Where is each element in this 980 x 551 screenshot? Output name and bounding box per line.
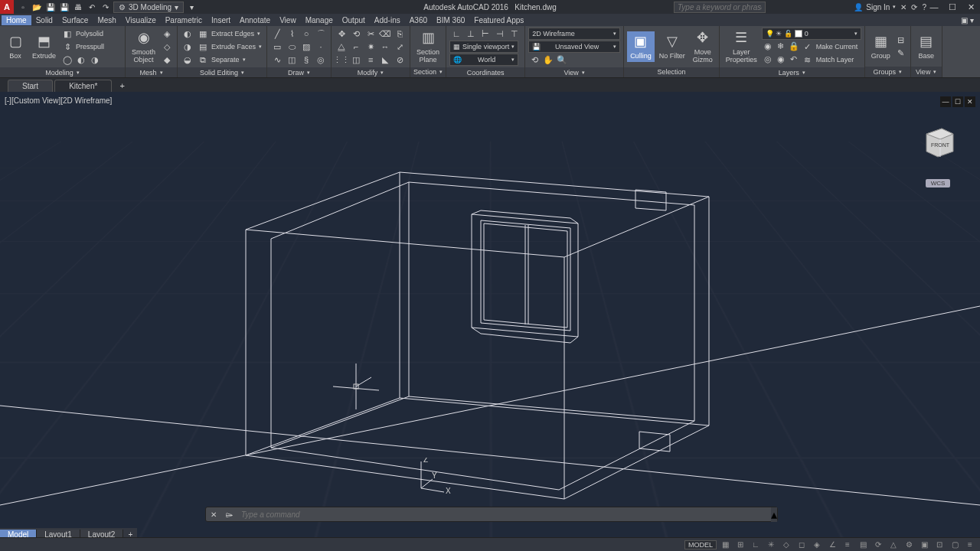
- layer-iso-icon[interactable]: ◎: [762, 54, 774, 64]
- panel-view-label[interactable]: View▾: [525, 67, 623, 77]
- base-view-button[interactable]: ▤ Base: [914, 31, 939, 62]
- orbit-icon[interactable]: ⟲: [528, 54, 541, 66]
- panel-layers-label[interactable]: Layers▾: [720, 67, 864, 77]
- status-annotation-icon[interactable]: △: [887, 539, 900, 551]
- ucs-5-icon[interactable]: ⊤: [508, 28, 521, 40]
- tab-solid[interactable]: Solid: [31, 15, 57, 25]
- tab-surface[interactable]: Surface: [57, 15, 93, 25]
- make-current-button[interactable]: ✓Make Current: [801, 41, 860, 53]
- fillet-icon[interactable]: ⌐: [349, 41, 363, 53]
- donut-icon[interactable]: ◎: [314, 54, 328, 66]
- save-icon[interactable]: 💾: [44, 1, 57, 13]
- group-button[interactable]: ▦ Group: [868, 31, 893, 62]
- extrude-button[interactable]: ⬒ Extrude: [29, 31, 59, 62]
- rectangle-icon[interactable]: ▭: [270, 41, 284, 53]
- panel-selection-label[interactable]: Selection: [624, 67, 719, 77]
- saved-view-combo[interactable]: 💾 Unsaved View▾: [528, 41, 620, 53]
- tab-featured[interactable]: Featured Apps: [469, 15, 528, 25]
- command-input[interactable]: [237, 510, 771, 519]
- scale-icon[interactable]: ⤢: [393, 41, 407, 53]
- minimize-button[interactable]: —: [925, 1, 943, 13]
- layer-prev-icon[interactable]: ↶: [788, 54, 800, 64]
- offset-icon[interactable]: ◫: [349, 54, 363, 66]
- cmd-recent-icon[interactable]: ▴: [771, 507, 777, 522]
- ungroup-icon[interactable]: ⊟: [895, 34, 907, 46]
- align-icon[interactable]: ≡: [364, 54, 377, 66]
- union-button[interactable]: ◐: [181, 28, 194, 40]
- tab-bim360[interactable]: BIM 360: [432, 15, 469, 25]
- nofilter-button[interactable]: ▽ No Filter: [656, 31, 688, 62]
- ribbon-expand-icon[interactable]: ▣ ▾: [956, 15, 978, 25]
- status-3dosnap-icon[interactable]: ◈: [810, 539, 824, 551]
- status-osnap-icon[interactable]: ◻: [795, 539, 808, 551]
- plot-icon[interactable]: 🖶: [72, 1, 84, 13]
- mesh-refine-button[interactable]: ◆: [160, 54, 174, 66]
- tab-annotate[interactable]: Annotate: [235, 15, 275, 25]
- tab-output[interactable]: Output: [338, 15, 370, 25]
- zoom-icon[interactable]: 🔍: [556, 54, 568, 66]
- model-viewport[interactable]: [-][Custom View][2D Wireframe] — ☐ ✕ FRO…: [0, 92, 980, 539]
- status-model[interactable]: MODEL: [684, 540, 717, 549]
- layer-off-icon[interactable]: ◉: [762, 41, 774, 51]
- a360-icon[interactable]: ⟳: [911, 3, 917, 11]
- panel-draw-label[interactable]: Draw▾: [267, 67, 331, 77]
- circle-icon[interactable]: ○: [299, 28, 313, 40]
- status-monitor-icon[interactable]: ▣: [917, 539, 931, 551]
- status-lwt-icon[interactable]: ≡: [841, 539, 854, 551]
- revolve-button[interactable]: ◯◐◑: [60, 54, 122, 66]
- separate-button[interactable]: ⧉Separate▾: [196, 54, 263, 66]
- signin-button[interactable]: 👤 Sign In ▾: [854, 3, 896, 11]
- move-icon[interactable]: ✥: [335, 28, 348, 40]
- ucs-2-icon[interactable]: ⊥: [464, 28, 478, 40]
- redo-icon[interactable]: ↷: [100, 1, 112, 13]
- status-hardware-icon[interactable]: ⊡: [933, 539, 946, 551]
- app-logo[interactable]: A: [0, 0, 14, 14]
- maximize-button[interactable]: ☐: [943, 1, 962, 13]
- close-button[interactable]: ✕: [962, 1, 980, 13]
- status-ortho-icon[interactable]: ∟: [749, 539, 763, 551]
- help-search-input[interactable]: [674, 2, 766, 13]
- layer-lock-icon[interactable]: 🔒: [788, 41, 800, 51]
- ucs-1-icon[interactable]: ∟: [449, 28, 463, 40]
- tab-addins[interactable]: Add-ins: [370, 15, 405, 25]
- panel-mesh-label[interactable]: Mesh▾: [126, 67, 177, 77]
- move-gizmo-button[interactable]: ✥ Move Gizmo: [690, 28, 716, 66]
- mesh-more-button[interactable]: ◈: [160, 28, 174, 40]
- status-iso-icon[interactable]: ◇: [779, 539, 793, 551]
- layer-combo[interactable]: 💡 ☀ 🔓 0 ▾: [762, 28, 861, 40]
- region-icon[interactable]: ◫: [285, 54, 299, 66]
- status-otrack-icon[interactable]: ∠: [825, 539, 839, 551]
- chamfer-icon[interactable]: ◣: [378, 54, 392, 66]
- intersect-button[interactable]: ◒: [181, 54, 194, 66]
- mirror-icon[interactable]: ⧋: [335, 41, 348, 53]
- polysolid-button[interactable]: ◧Polysolid: [60, 28, 122, 40]
- presspull-button[interactable]: ⇕Presspull: [60, 41, 122, 53]
- mesh-less-button[interactable]: ◇: [160, 41, 174, 53]
- point-icon[interactable]: ·: [314, 41, 328, 53]
- workspace-selector[interactable]: ⚙ 3D Modeling ▾: [113, 2, 184, 13]
- status-snap-icon[interactable]: ⊞: [733, 539, 747, 551]
- status-polar-icon[interactable]: ✳: [764, 539, 778, 551]
- culling-button[interactable]: ▣ Culling: [627, 31, 655, 62]
- erase-icon[interactable]: ⌫: [378, 28, 392, 40]
- rotate-icon[interactable]: ⟲: [349, 28, 363, 40]
- qat-more-icon[interactable]: ▾: [185, 1, 198, 13]
- line-icon[interactable]: ╱: [270, 28, 284, 40]
- status-transparency-icon[interactable]: ▤: [856, 539, 870, 551]
- group-edit-icon[interactable]: ✎: [895, 47, 907, 59]
- hatch-icon[interactable]: ▨: [299, 41, 313, 53]
- undo-icon[interactable]: ↶: [86, 1, 98, 13]
- box-button[interactable]: ▢ Box: [3, 31, 28, 62]
- spline-icon[interactable]: ∿: [270, 54, 284, 66]
- layer-properties-button[interactable]: ☰ Layer Properties: [723, 28, 760, 66]
- tab-visualize[interactable]: Visualize: [121, 15, 161, 25]
- panel-baseview-label[interactable]: View▾: [911, 67, 942, 77]
- arc-icon[interactable]: ⌒: [314, 28, 328, 40]
- panel-section-label[interactable]: Section▾: [410, 67, 446, 77]
- status-workspace-icon[interactable]: ⚙: [902, 539, 916, 551]
- copy-icon[interactable]: ⎘: [393, 28, 407, 40]
- explode-icon[interactable]: ✷: [364, 41, 377, 53]
- filetab-start[interactable]: Start: [8, 80, 53, 92]
- trim-icon[interactable]: ✂: [364, 28, 377, 40]
- new-icon[interactable]: ▫: [17, 1, 29, 13]
